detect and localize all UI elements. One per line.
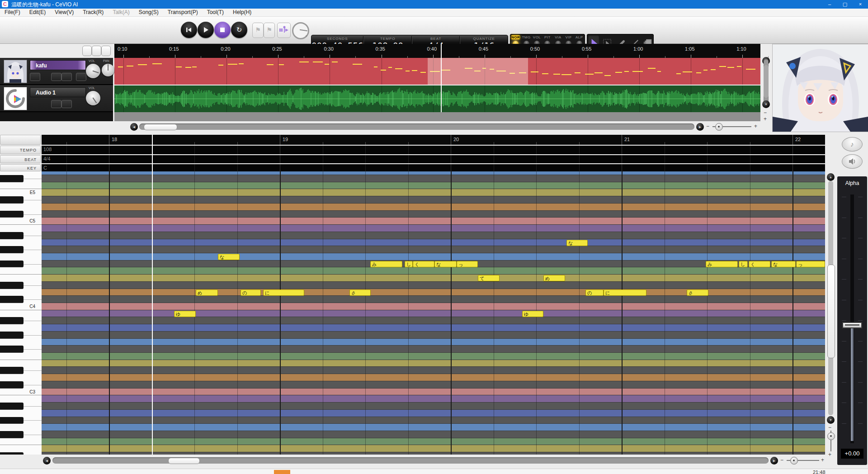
arrange-zoom-out[interactable]: − xyxy=(706,123,709,129)
note-さ-5[interactable]: さ xyxy=(349,289,371,296)
note-み-6[interactable]: み xyxy=(370,261,402,267)
note-っ-10[interactable]: っ xyxy=(457,261,478,267)
pr-scroll-left-button[interactable]: ◀ xyxy=(43,457,51,465)
flag-end-icon[interactable]: ⚑ xyxy=(264,23,275,38)
menu-songs[interactable]: Song(S) xyxy=(134,9,163,16)
maximize-button[interactable]: ▢ xyxy=(837,0,853,9)
piano-black-key[interactable] xyxy=(0,332,24,339)
menu-viewv[interactable]: View(V) xyxy=(50,9,78,16)
track-row-kafu[interactable]: kafu VOL PAN xyxy=(0,58,113,85)
piano-black-key[interactable] xyxy=(0,261,24,268)
piano-black-key[interactable] xyxy=(0,403,24,410)
note-ゆ-0[interactable]: ゆ xyxy=(174,311,196,317)
move-track-up-button[interactable] xyxy=(92,46,101,56)
song-track-clip[interactable] xyxy=(114,58,760,85)
piano-roll-measure-ruler[interactable]: 1819202122 xyxy=(42,135,825,145)
note-め-13[interactable]: め xyxy=(543,275,565,281)
pr-hzoom-knob[interactable] xyxy=(790,457,798,465)
note-さ-17[interactable]: さ xyxy=(687,289,708,296)
audio1-vol-knob[interactable] xyxy=(86,91,100,105)
kafu-pan-knob[interactable] xyxy=(102,64,114,76)
piano-roll-grid[interactable]: ゆめのになさみしくなってゆめなのにさみしくなっ xyxy=(42,171,825,455)
play-button[interactable] xyxy=(198,22,214,38)
track-height-zoom-out[interactable]: − xyxy=(764,109,767,116)
note-な-9[interactable]: な xyxy=(434,261,457,267)
arrange-zoom-knob[interactable] xyxy=(715,123,723,131)
pr-vzoom-out[interactable]: − xyxy=(828,424,831,431)
menu-toolt[interactable]: Tool(T) xyxy=(203,9,228,16)
piano-black-key[interactable] xyxy=(0,417,24,424)
arrange-zoom-in[interactable]: + xyxy=(754,123,757,129)
note-な-21[interactable]: な xyxy=(771,261,796,267)
alpha-slider-handle[interactable] xyxy=(842,322,862,328)
piano-black-key[interactable] xyxy=(0,282,24,289)
piano-black-key[interactable] xyxy=(0,232,24,239)
flag-start-icon[interactable]: ⚑ xyxy=(252,23,264,38)
audio-track-clip[interactable] xyxy=(114,85,760,112)
note-め-1[interactable]: め xyxy=(196,289,218,296)
track-audio1-solo-button[interactable] xyxy=(61,100,72,108)
menu-filef[interactable]: File(F) xyxy=(0,9,25,16)
music-note-icon[interactable]: ♪ xyxy=(842,137,863,152)
pr-hscroll-thumb[interactable] xyxy=(168,458,200,464)
track-kafu-mute-button[interactable] xyxy=(51,73,61,81)
skip-to-start-button[interactable] xyxy=(181,22,197,38)
note-っ-22[interactable]: っ xyxy=(796,261,825,267)
piano-black-key[interactable] xyxy=(0,296,24,303)
menu-trackr[interactable]: Track(R) xyxy=(78,9,108,16)
add-track-button[interactable] xyxy=(82,46,92,56)
note-て-11[interactable]: て xyxy=(478,275,500,281)
piano-black-key[interactable] xyxy=(0,246,24,253)
track-name-audio1[interactable]: Audio 1 xyxy=(30,87,86,97)
insert-time-button[interactable] xyxy=(277,23,291,38)
note-な-14[interactable]: な xyxy=(566,240,588,246)
arrange-hscroll-track[interactable] xyxy=(139,123,694,130)
note-し-19[interactable]: し xyxy=(739,261,748,267)
note-く-20[interactable]: く xyxy=(749,261,770,267)
pr-scroll-down-button[interactable]: ▼ xyxy=(827,416,835,424)
piano-black-key[interactable] xyxy=(0,196,24,204)
track-height-zoom-in[interactable]: + xyxy=(764,116,767,122)
track-kafu-cast-button[interactable] xyxy=(30,73,40,81)
arrange-selection-region[interactable] xyxy=(428,58,528,85)
piano-black-key[interactable] xyxy=(0,452,24,455)
menu-helph[interactable]: Help(H) xyxy=(228,9,256,16)
piano-black-key[interactable] xyxy=(0,381,24,389)
pr-vzoom-in[interactable]: + xyxy=(828,451,831,458)
arrange-playhead[interactable] xyxy=(441,44,442,112)
track-audio1-mute-button[interactable] xyxy=(51,100,61,108)
piano-black-key[interactable] xyxy=(0,346,24,353)
stop-button[interactable] xyxy=(214,22,231,38)
menu-edite[interactable]: Edit(E) xyxy=(25,9,51,16)
minimize-button[interactable]: – xyxy=(822,0,837,9)
taskbar-app-icon[interactable] xyxy=(274,470,290,474)
metronome-dial[interactable] xyxy=(292,22,309,39)
note-し-7[interactable]: し xyxy=(405,261,413,267)
pr-scroll-up-button[interactable]: ▲ xyxy=(827,173,835,181)
menu-transportp[interactable]: Transport(P) xyxy=(163,9,203,16)
note-に-3[interactable]: に xyxy=(263,289,304,296)
pr-hzoom-out[interactable]: − xyxy=(780,457,783,463)
piano-black-key[interactable] xyxy=(0,367,24,374)
note-に-16[interactable]: に xyxy=(604,289,646,296)
piano-black-key[interactable] xyxy=(0,317,24,324)
close-button[interactable]: × xyxy=(853,0,868,9)
pr-scroll-right-button[interactable]: ▶ xyxy=(770,457,778,465)
note-の-15[interactable]: の xyxy=(585,289,604,296)
track-kafu-freeze-button[interactable] xyxy=(76,73,86,81)
tracks-vscroll-thumb[interactable] xyxy=(764,65,769,98)
track-row-audio1[interactable]: Audio 1 VOL xyxy=(0,85,113,112)
piano-black-key[interactable] xyxy=(0,175,24,182)
arrange-time-ruler[interactable]: 0:100:150:200:250:300:350:400:450:500:55… xyxy=(114,44,760,58)
arrange-scroll-left-button[interactable]: ◀ xyxy=(130,123,138,131)
move-track-down-button[interactable] xyxy=(101,46,111,56)
piano-black-key[interactable] xyxy=(0,211,24,218)
note-み-18[interactable]: み xyxy=(706,261,738,267)
arrange-scroll-right-button[interactable]: ▶ xyxy=(696,123,704,131)
note-ゆ-12[interactable]: ゆ xyxy=(522,311,543,317)
loop-button[interactable]: ↻ xyxy=(231,22,247,38)
note-な-4[interactable]: な xyxy=(218,254,240,260)
track-kafu-solo-button[interactable] xyxy=(61,73,72,81)
track-name-kafu[interactable]: kafu xyxy=(30,60,86,70)
piano-roll-playhead[interactable] xyxy=(152,135,153,455)
